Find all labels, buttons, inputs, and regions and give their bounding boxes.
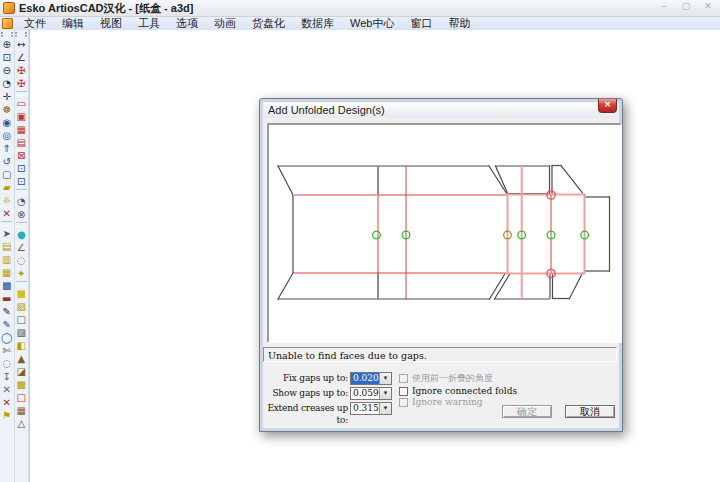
- field-combobox[interactable]: 0.059▼: [350, 387, 392, 400]
- combobox-dropdown-icon[interactable]: ▼: [379, 373, 391, 384]
- combobox-value[interactable]: 0.315: [351, 403, 379, 414]
- highlight-icon[interactable]: ▰: [0, 181, 13, 194]
- star-icon[interactable]: ✦: [15, 267, 28, 280]
- menu-item[interactable]: 选项: [168, 17, 206, 30]
- box-target-icon[interactable]: ▦: [15, 404, 28, 417]
- checkbox-label: 使用前一折叠的角度: [412, 372, 493, 385]
- pin-delete-icon[interactable]: ✕: [0, 396, 13, 409]
- table-icon[interactable]: ▦: [15, 123, 28, 136]
- star-box-1-icon[interactable]: ⊡: [15, 162, 28, 175]
- dial-icon[interactable]: ◔: [15, 195, 28, 208]
- panel-icon[interactable]: ▭: [15, 97, 28, 110]
- pencil-blue-icon[interactable]: ✎: [0, 318, 13, 331]
- combobox-value[interactable]: 0.059: [351, 388, 379, 399]
- box-yellow-icon[interactable]: ▩: [15, 378, 28, 391]
- cube-cut-icon[interactable]: ◧: [15, 339, 28, 352]
- render-3d-icon[interactable]: ◪: [15, 365, 28, 378]
- field-combobox[interactable]: 0.020▼: [350, 372, 392, 385]
- layer-3-icon[interactable]: ▦: [0, 266, 13, 279]
- field-label: Extend creases up to:: [262, 402, 348, 426]
- measure-icon[interactable]: ∠: [15, 51, 28, 64]
- fold-cross-1-icon[interactable]: ✠: [15, 64, 28, 77]
- close-window-icon[interactable]: ✕: [700, 1, 716, 11]
- snip-icon[interactable]: ✄: [0, 344, 13, 357]
- menu-item[interactable]: 工具: [130, 17, 168, 30]
- toolbar-separator: [1, 221, 12, 226]
- globe-icon[interactable]: ◯: [0, 331, 13, 344]
- minimize-icon[interactable]: –: [656, 1, 672, 11]
- cube-solid-icon[interactable]: ■: [15, 287, 28, 300]
- mountain-icon[interactable]: △: [15, 417, 28, 430]
- stump-icon[interactable]: ▲: [15, 352, 28, 365]
- layer-2-icon[interactable]: ▥: [0, 253, 13, 266]
- menu-item[interactable]: 编辑: [54, 17, 92, 30]
- cap-tool-icon[interactable]: ▬: [0, 292, 13, 305]
- cancel-button[interactable]: 取消: [565, 405, 615, 418]
- toolbar-grip[interactable]: [15, 32, 27, 37]
- pencil-icon[interactable]: ✎: [0, 305, 13, 318]
- box-red-icon[interactable]: □: [15, 391, 28, 404]
- checkbox-row: Ignore warning: [399, 397, 483, 408]
- combobox-dropdown-icon[interactable]: ▼: [379, 388, 391, 399]
- flag-icon[interactable]: ⚑: [0, 409, 13, 422]
- cube-wire-icon[interactable]: ▨: [15, 326, 28, 339]
- angle-icon[interactable]: ∠: [15, 241, 28, 254]
- cube-open-icon[interactable]: □: [15, 313, 28, 326]
- menu-item[interactable]: 帮助: [440, 17, 478, 30]
- app-window: Esko ArtiosCAD汉化 - [纸盒 - a3d] – ▢ ✕ 文件编辑…: [0, 0, 720, 482]
- status-message: Unable to find faces due to gaps.: [263, 347, 617, 362]
- zoom-out-icon[interactable]: ⊖: [0, 64, 13, 77]
- checkbox[interactable]: [399, 387, 408, 396]
- checkbox-row[interactable]: Ignore connected folds: [399, 386, 517, 397]
- dock-handle-icon[interactable]: ↔: [15, 38, 28, 51]
- star-box-2-icon[interactable]: ⊡: [15, 175, 28, 188]
- light-source-icon[interactable]: ☼: [0, 194, 13, 207]
- lasso-icon[interactable]: ◌: [15, 254, 28, 267]
- document-icon[interactable]: [2, 18, 13, 29]
- rotate-ccw-icon[interactable]: ↺: [0, 155, 13, 168]
- pan-icon[interactable]: ✛: [0, 90, 13, 103]
- zoom-in-icon[interactable]: ⊕: [0, 38, 13, 51]
- dialog-close-button[interactable]: ✕: [598, 99, 617, 113]
- menu-item[interactable]: Web中心: [342, 17, 402, 30]
- menu-item[interactable]: 窗口: [402, 17, 440, 30]
- pin-remove-icon[interactable]: ✕: [0, 383, 13, 396]
- menu-item[interactable]: 视图: [92, 17, 130, 30]
- view-back-icon[interactable]: ◎: [0, 129, 13, 142]
- close-box-icon[interactable]: ⊠: [15, 149, 28, 162]
- pin-icon[interactable]: ↧: [0, 370, 13, 383]
- unfold-preview: [267, 123, 622, 343]
- menu-item[interactable]: 货盘化: [244, 17, 293, 30]
- maximize-icon[interactable]: ▢: [678, 1, 694, 11]
- toolbar-grip[interactable]: [1, 32, 13, 37]
- dial-x-icon[interactable]: ⊗: [15, 208, 28, 221]
- orbit-icon[interactable]: ☸: [0, 103, 13, 116]
- toolbar-separator: [16, 222, 27, 227]
- grid-icon[interactable]: ▤: [15, 136, 28, 149]
- zoom-window-icon[interactable]: ⊡: [0, 51, 13, 64]
- checkbox: [399, 398, 408, 407]
- zoom-refresh-icon[interactable]: ◔: [0, 77, 13, 90]
- field-label: Fix gaps up to:: [262, 372, 348, 384]
- mesh-icon[interactable]: ▩: [0, 279, 13, 292]
- view-front-icon[interactable]: ◉: [0, 116, 13, 129]
- design-line: [278, 273, 293, 299]
- ball-icon[interactable]: ●: [15, 228, 28, 241]
- camera-icon[interactable]: ▣: [15, 110, 28, 123]
- pick-copy-icon[interactable]: ➤: [0, 227, 13, 240]
- view-top-icon[interactable]: ⇑: [0, 142, 13, 155]
- hide-part-icon[interactable]: ✕: [0, 207, 13, 220]
- title-bar[interactable]: Esko ArtiosCAD汉化 - [纸盒 - a3d] – ▢ ✕: [0, 0, 720, 17]
- layer-1-icon[interactable]: ▤: [0, 240, 13, 253]
- fold-cross-2-icon[interactable]: ✠: [15, 77, 28, 90]
- cube-3d-icon[interactable]: ▧: [15, 300, 28, 313]
- dialog-title-bar[interactable]: Add Unfolded Design(s): [264, 103, 618, 118]
- spiral-icon[interactable]: ◌: [0, 357, 13, 370]
- field-combobox[interactable]: 0.315▼: [350, 402, 392, 415]
- menu-item[interactable]: 文件: [16, 17, 54, 30]
- combobox-value[interactable]: 0.020: [351, 373, 379, 384]
- menu-item[interactable]: 数据库: [293, 17, 342, 30]
- menu-item[interactable]: 动画: [206, 17, 244, 30]
- combobox-dropdown-icon[interactable]: ▼: [379, 403, 391, 414]
- select-box-icon[interactable]: ▢: [0, 168, 13, 181]
